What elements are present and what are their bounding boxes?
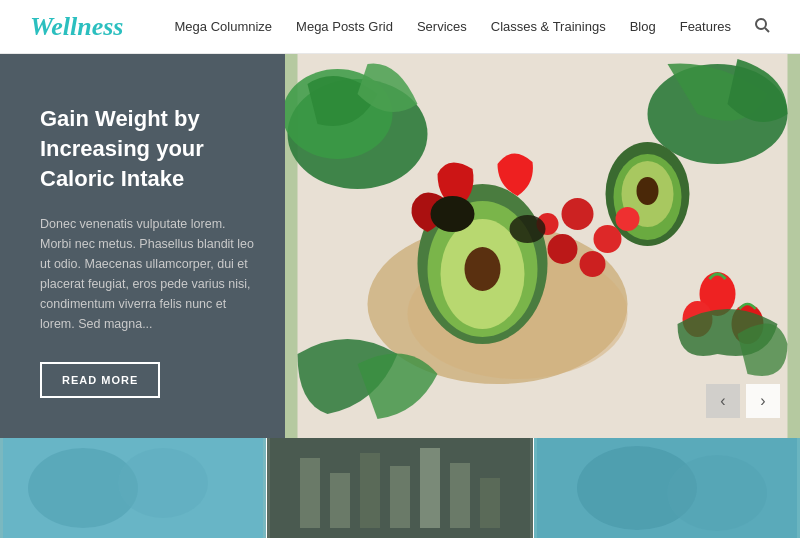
svg-line-1 xyxy=(765,28,769,32)
svg-point-17 xyxy=(594,225,622,253)
thumbnails-row xyxy=(0,438,800,538)
nav-features[interactable]: Features xyxy=(680,19,731,34)
svg-point-16 xyxy=(562,198,594,230)
svg-point-11 xyxy=(465,247,501,291)
nav-mega-posts-grid[interactable]: Mega Posts Grid xyxy=(296,19,393,34)
hero-slider: Gain Weight by Increasing your Caloric I… xyxy=(0,54,800,438)
nav-blog[interactable]: Blog xyxy=(630,19,656,34)
svg-rect-33 xyxy=(330,473,350,528)
nav-classes-trainings[interactable]: Classes & Trainings xyxy=(491,19,606,34)
thumbnail-2[interactable] xyxy=(266,438,533,538)
site-header: Wellness Mega Columnize Mega Posts Grid … xyxy=(0,0,800,54)
svg-point-25 xyxy=(431,196,475,232)
svg-point-19 xyxy=(580,251,606,277)
svg-point-18 xyxy=(548,234,578,264)
svg-rect-37 xyxy=(450,463,470,528)
svg-rect-35 xyxy=(390,466,410,528)
slide: Gain Weight by Increasing your Caloric I… xyxy=(0,54,800,438)
slider-next-button[interactable]: › xyxy=(746,384,780,418)
svg-rect-42 xyxy=(537,438,797,538)
nav-mega-columnize[interactable]: Mega Columnize xyxy=(175,19,273,34)
nav-services[interactable]: Services xyxy=(417,19,467,34)
svg-rect-34 xyxy=(360,453,380,528)
svg-rect-30 xyxy=(3,438,263,538)
main-nav: Mega Columnize Mega Posts Grid Services … xyxy=(175,18,770,36)
slide-title: Gain Weight by Increasing your Caloric I… xyxy=(40,104,255,193)
thumbnail-1[interactable] xyxy=(0,438,266,538)
svg-point-0 xyxy=(756,19,766,29)
read-more-button[interactable]: READ MORE xyxy=(40,362,160,398)
site-logo[interactable]: Wellness xyxy=(30,12,123,42)
slide-text-panel: Gain Weight by Increasing your Caloric I… xyxy=(0,54,285,438)
slide-image-inner xyxy=(285,54,800,438)
svg-point-15 xyxy=(637,177,659,205)
svg-rect-36 xyxy=(420,448,440,528)
slide-body: Donec venenatis vulputate lorem. Morbi n… xyxy=(40,214,255,334)
svg-rect-32 xyxy=(300,458,320,528)
svg-point-20 xyxy=(616,207,640,231)
svg-rect-38 xyxy=(480,478,500,528)
slide-image xyxy=(285,54,800,438)
svg-point-26 xyxy=(510,215,546,243)
thumbnail-3[interactable] xyxy=(533,438,800,538)
slider-prev-button[interactable]: ‹ xyxy=(706,384,740,418)
search-icon[interactable] xyxy=(755,18,770,36)
